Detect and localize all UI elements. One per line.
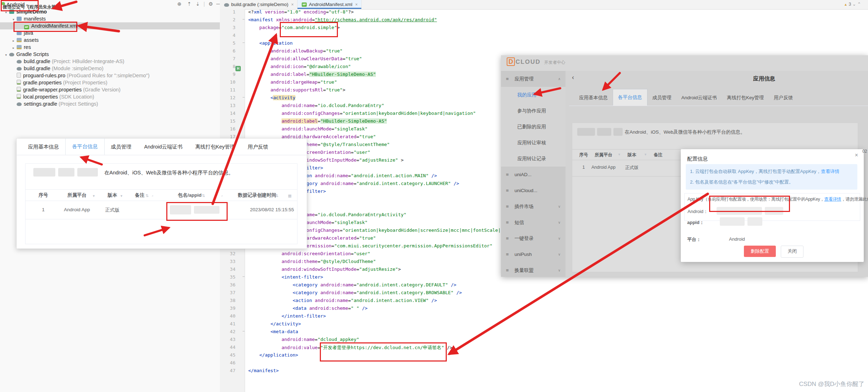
fold-marker-icon[interactable]: − xyxy=(239,40,248,48)
tree-item-build.gradle[interactable]: build.gradle (Project: HBuilder-Integrat… xyxy=(0,58,220,65)
tree-item-res[interactable]: ▸res xyxy=(0,44,220,51)
close-icon[interactable]: × xyxy=(855,152,858,158)
column-header-包名/appid[interactable]: 包名/appid xyxy=(178,192,202,198)
sidebar-item-已删除的应用[interactable]: 已删除的应用 xyxy=(501,119,566,135)
sidebar-item-uniCloud...[interactable]: ≡uniCloud... xyxy=(501,183,566,198)
fold-marker-icon[interactable]: − xyxy=(239,329,248,337)
tree-item-local.properties[interactable]: local.properties (SDK Location) xyxy=(0,93,220,100)
fold-marker-icon[interactable]: − xyxy=(239,274,248,282)
code-line-42[interactable]: 42− <meta-data xyxy=(220,329,868,337)
tab-用户反馈[interactable]: 用户反馈 xyxy=(241,139,274,155)
editor-tab-AndroidManifest.xml[interactable]: MFAndroidManifest.xml× xyxy=(297,0,361,9)
tree-item-proguard-rules.pro[interactable]: proguard-rules.pro (ProGuard Rules for "… xyxy=(0,72,220,79)
tab-各平台信息[interactable]: 各平台信息 xyxy=(613,89,647,106)
column-header-所属平台[interactable]: 所属平台 xyxy=(595,152,612,158)
fold-marker-icon[interactable]: − xyxy=(239,95,248,103)
code-line-36[interactable]: 36 <category android:name="android.inten… xyxy=(220,282,868,290)
hide-panel-icon[interactable]: ─ xyxy=(216,1,220,7)
sort-icon[interactable]: ⇅ xyxy=(202,194,205,198)
tab-成员管理[interactable]: 成员管理 xyxy=(105,139,138,155)
tab-应用基本信息[interactable]: 应用基本信息 xyxy=(22,139,65,155)
editor-tab-build.gradle (:simpleDemo)[interactable]: build.gradle (:simpleDemo)× xyxy=(220,0,297,9)
search-icon[interactable]: ⌕ xyxy=(152,194,154,198)
code-line-37[interactable]: 37 <category android:name="android.inten… xyxy=(220,290,868,298)
sidebar-item-参与协作应用[interactable]: 参与协作应用 xyxy=(501,103,566,119)
sidebar-item-换量联盟[interactable]: ≡换量联盟∨ xyxy=(501,262,566,278)
filter-icon[interactable]: ▼ xyxy=(120,194,123,198)
tree-item-gradle-wrapper.properties[interactable]: gradle-wrapper.properties (Gradle Versio… xyxy=(0,86,220,93)
expand-all-icon[interactable]: ⇡ xyxy=(187,1,191,7)
column-header-版本[interactable]: 版本 xyxy=(628,152,636,158)
tab-应用基本信息[interactable]: 应用基本信息 xyxy=(574,90,613,106)
code-line-45[interactable]: 45 </application> xyxy=(220,352,868,360)
tab-用户反馈[interactable]: 用户反馈 xyxy=(769,90,798,106)
tree-item-detail: (SDK Location) xyxy=(58,94,94,100)
sort-icon[interactable]: ⇅ xyxy=(145,194,149,198)
inspection-widget[interactable]: ▲ 3 ⌄ ⌃ xyxy=(844,1,861,7)
tree-chevron-icon[interactable]: ▾ xyxy=(4,51,9,58)
code-line-43[interactable]: 43 android:name="dcloud_appkey" xyxy=(220,337,868,345)
column-header-序号[interactable]: 序号 xyxy=(579,152,588,158)
filter-icon[interactable]: ▼ xyxy=(92,194,95,198)
column-header-序号[interactable]: 序号 xyxy=(39,192,48,198)
code-line-39[interactable]: 39 <data android:scheme=" " /> xyxy=(220,306,868,313)
sidebar-item-插件市场[interactable]: ≡插件市场∨ xyxy=(501,198,566,214)
locate-file-icon[interactable]: ⊕ xyxy=(177,1,182,7)
delete-config-button[interactable]: 删除配置 xyxy=(744,246,776,257)
code-line-47[interactable]: 47</manifest> xyxy=(220,368,868,376)
column-header-备注[interactable]: 备注 xyxy=(135,192,145,198)
tree-item-assets[interactable]: ▸assets xyxy=(0,37,220,44)
view-details-link[interactable]: 查看详情 xyxy=(821,169,839,174)
tree-item-Gradle Scripts[interactable]: ▾Gradle Scripts xyxy=(0,51,220,58)
list-icon: ≡ xyxy=(506,262,509,278)
view-details-link[interactable]: 查看详情 xyxy=(824,197,841,202)
code-line-38[interactable]: 38 <action android:name="android.intent.… xyxy=(220,298,868,306)
tab-各平台信息[interactable]: 各平台信息 xyxy=(65,138,105,155)
column-header-所属平台[interactable]: 所属平台 xyxy=(67,192,87,198)
sidebar-item-应用转让审核[interactable]: 应用转让审核 xyxy=(501,135,566,151)
tree-item-settings.gradle[interactable]: settings.gradle (Project Settings) xyxy=(0,100,220,107)
gear-icon[interactable]: ⚙ xyxy=(208,1,213,7)
tab-离线打包Key管理[interactable]: 离线打包Key管理 xyxy=(722,90,769,106)
line-number: 7 xyxy=(220,56,239,64)
tab-Android云端证书[interactable]: Android云端证书 xyxy=(138,139,189,155)
column-header-数据记录创建时间[interactable]: 数据记录创建时间 xyxy=(238,192,276,198)
code-line-6[interactable]: 6 android:allowBackup="true" xyxy=(220,48,868,56)
tree-chevron-icon[interactable]: ▸ xyxy=(11,44,16,51)
grid-settings-icon[interactable]: ▦ xyxy=(288,194,291,198)
sidebar-item-一键登录[interactable]: ≡一键登录∨ xyxy=(501,230,566,246)
tree-chevron-icon[interactable]: ▸ xyxy=(11,37,16,44)
fold-marker-icon[interactable]: − xyxy=(239,17,248,25)
column-header-备注[interactable]: 备注 xyxy=(654,152,663,158)
code-line-46[interactable]: 46 xyxy=(220,360,868,368)
sidebar-item-uniPush[interactable]: ≡uniPush∨ xyxy=(501,246,566,262)
sidebar-item-应用转让记录[interactable]: 应用转让记录 xyxy=(501,151,566,167)
filter-icon[interactable]: ▼ xyxy=(644,153,647,156)
code-line-44[interactable]: 44 android:value="开发者需登录https://dev.dclo… xyxy=(220,345,868,352)
close-icon[interactable]: × xyxy=(355,2,358,7)
collapse-all-icon[interactable]: ⇣ xyxy=(196,1,200,7)
tab-成员管理[interactable]: 成员管理 xyxy=(647,90,677,106)
column-header-版本[interactable]: 版本 xyxy=(108,192,117,198)
tab-Android云端证书[interactable]: Android云端证书 xyxy=(677,90,722,106)
close-button[interactable]: 关闭 xyxy=(781,246,803,258)
filter-icon[interactable]: ▼ xyxy=(618,153,621,156)
sidebar-item-短信[interactable]: ≡短信∨ xyxy=(501,214,566,230)
sidebar-item-uniAD...[interactable]: ≡uniAD... xyxy=(501,167,566,183)
code-line-41[interactable]: 41 </activity> xyxy=(220,321,868,329)
sidebar-item-我的应用[interactable]: 我的应用 xyxy=(501,87,566,103)
tab-离线打包Key管理[interactable]: 离线打包Key管理 xyxy=(189,139,241,155)
code-line-5[interactable]: 5− <application xyxy=(220,40,868,48)
code-line-1[interactable]: 1<?xml version="1.0" encoding="utf-8"?> xyxy=(220,9,868,17)
back-chevron-icon[interactable]: ‹ xyxy=(572,74,574,81)
sidebar-item-应用管理[interactable]: ≡应用管理∧ xyxy=(501,71,566,87)
fold-spacer xyxy=(239,25,248,33)
tree-item-build.gradle[interactable]: build.gradle (Module :simpleDemo) xyxy=(0,65,220,72)
fold-spacer xyxy=(239,251,248,259)
code-line-40[interactable]: 40 </intent-filter> xyxy=(220,313,868,321)
dev-center-sidebar: ≡应用管理∧我的应用参与协作应用已删除的应用应用转让审核应用转让记录≡uniAD… xyxy=(501,71,566,277)
close-icon[interactable]: × xyxy=(291,2,294,7)
tree-item-gradle.properties[interactable]: gradle.properties (Project Properties) xyxy=(0,79,220,86)
tree-item-manifests[interactable]: ▾manifests xyxy=(0,15,220,22)
search-icon[interactable]: ⌕ xyxy=(221,194,223,198)
